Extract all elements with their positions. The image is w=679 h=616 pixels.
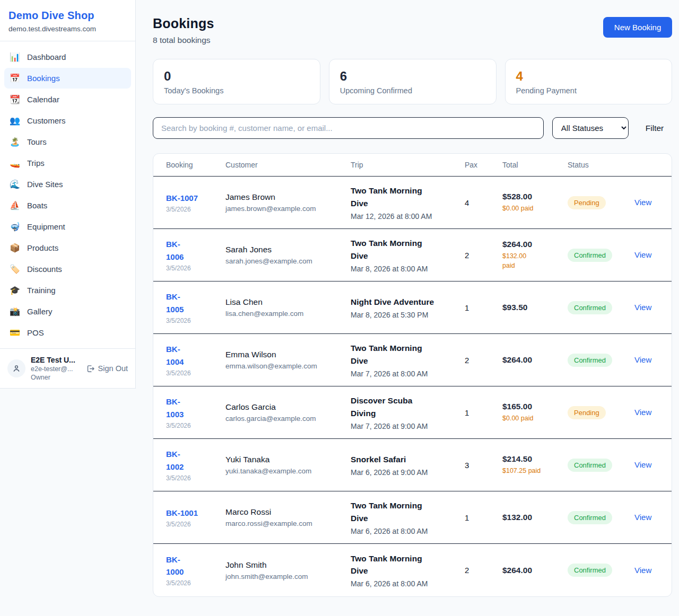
sidebar-item-calendar[interactable]: 📆 Calendar xyxy=(4,89,131,110)
sidebar-item-customers[interactable]: 👥 Customers xyxy=(4,110,131,131)
sidebar-item-label: Boats xyxy=(27,201,47,210)
pax-count: 3 xyxy=(465,461,502,470)
bookings-icon: 📅 xyxy=(10,73,20,83)
stat-label: Today's Bookings xyxy=(164,86,309,95)
trip-name: Two Tank Morning Dive xyxy=(351,237,457,262)
shop-domain: demo.test.divestreams.com xyxy=(8,25,127,33)
pax-count: 1 xyxy=(465,408,502,417)
customer-email: james.brown@example.com xyxy=(225,205,343,213)
column-header-trip: Trip xyxy=(351,161,465,169)
pax-count: 2 xyxy=(465,566,502,575)
stat-value: 4 xyxy=(516,69,661,84)
customer-email: lisa.chen@example.com xyxy=(225,310,343,318)
booking-id-link[interactable]: BK- 1006 xyxy=(166,238,184,263)
sidebar-item-tours[interactable]: 🏝️ Tours xyxy=(4,131,131,152)
discounts-icon: 🏷️ xyxy=(10,264,20,274)
trip-name: Night Dive Adventure xyxy=(351,296,457,308)
stat-label: Upcoming Confirmed xyxy=(340,86,485,95)
view-link[interactable]: View xyxy=(634,250,651,259)
booking-date: 3/5/2026 xyxy=(166,206,218,213)
sidebar-item-label: Training xyxy=(27,286,56,295)
customer-email: carlos.garcia@example.com xyxy=(225,415,343,423)
search-input[interactable] xyxy=(153,117,544,139)
booking-date: 3/5/2026 xyxy=(166,317,218,324)
view-link[interactable]: View xyxy=(634,460,651,469)
sidebar-item-products[interactable]: 📦 Products xyxy=(4,237,131,258)
booking-id-link[interactable]: BK- 1003 xyxy=(166,395,184,420)
trip-datetime: Mar 12, 2026 at 8:00 AM xyxy=(351,212,457,221)
sign-out-button[interactable]: Sign Out xyxy=(86,364,128,373)
booking-id-link[interactable]: BK- 1002 xyxy=(166,448,184,473)
sidebar-item-label: Customers xyxy=(27,116,66,125)
sidebar-item-equipment[interactable]: 🤿 Equipment xyxy=(4,216,131,237)
customer-email: yuki.tanaka@example.com xyxy=(225,467,343,475)
sidebar-item-dashboard[interactable]: 📊 Dashboard xyxy=(4,47,131,67)
pos-icon: 💳 xyxy=(10,328,20,338)
sidebar-item-trips[interactable]: 🚤 Trips xyxy=(4,153,131,173)
booking-id-link[interactable]: BK-1007 xyxy=(166,192,198,204)
user-name: E2E Test U... xyxy=(31,356,81,364)
table-row: BK-1007 3/5/2026 James Brown james.brown… xyxy=(153,177,672,229)
sidebar-item-dive-sites[interactable]: 🌊 Dive Sites xyxy=(4,174,131,195)
customer-name: Sarah Jones xyxy=(225,245,343,254)
table-body: BK-1007 3/5/2026 James Brown james.brown… xyxy=(153,177,672,596)
total-bookings-count: 8 total bookings xyxy=(153,36,214,45)
dive-sites-icon: 🌊 xyxy=(10,179,20,189)
view-link[interactable]: View xyxy=(634,566,651,575)
sidebar-item-label: Dive Sites xyxy=(27,180,63,189)
boats-icon: ⛵ xyxy=(10,200,20,210)
stat-card-todays-bookings: 0 Today's Bookings xyxy=(153,59,320,104)
status-badge: Confirmed xyxy=(568,459,612,472)
booking-id-link[interactable]: BK- 1000 xyxy=(166,553,184,578)
filter-button[interactable]: Filter xyxy=(637,119,672,137)
equipment-icon: 🤿 xyxy=(10,222,20,232)
bookings-table: Booking Customer Trip Pax Total Status B… xyxy=(153,153,672,597)
total-amount: $165.00 xyxy=(502,402,560,411)
customer-email: sarah.jones@example.com xyxy=(225,257,343,265)
booking-date: 3/5/2026 xyxy=(166,422,218,429)
page-header: Bookings 8 total bookings New Booking xyxy=(153,16,672,45)
status-filter-select[interactable]: All Statuses xyxy=(552,117,629,139)
view-link[interactable]: View xyxy=(634,513,651,522)
sidebar-item-pos[interactable]: 💳 POS xyxy=(4,322,131,343)
trip-datetime: Mar 6, 2026 at 8:00 AM xyxy=(351,579,457,588)
sidebar-item-training[interactable]: 🎓 Training xyxy=(4,280,131,301)
view-link[interactable]: View xyxy=(634,198,651,207)
paid-amount: $107.25 paid xyxy=(502,466,560,476)
booking-id-link[interactable]: BK-1001 xyxy=(166,507,198,519)
main-content: Bookings 8 total bookings New Booking 0 … xyxy=(136,0,679,613)
table-row: BK-1001 3/5/2026 Marco Rossi marco.rossi… xyxy=(153,491,672,544)
trip-name: Two Tank Morning Dive xyxy=(351,184,457,209)
view-link[interactable]: View xyxy=(634,355,651,364)
stat-card-upcoming-confirmed: 6 Upcoming Confirmed xyxy=(329,59,497,104)
total-amount: $528.00 xyxy=(502,192,560,201)
sidebar-item-label: Gallery xyxy=(27,307,53,316)
booking-date: 3/5/2026 xyxy=(166,521,218,528)
customer-name: Yuki Tanaka xyxy=(225,455,343,464)
tours-icon: 🏝️ xyxy=(10,137,20,147)
new-booking-button[interactable]: New Booking xyxy=(603,17,672,38)
customers-icon: 👥 xyxy=(10,116,20,126)
customer-name: Emma Wilson xyxy=(225,350,343,359)
view-link[interactable]: View xyxy=(634,303,651,312)
table-row: BK- 1004 3/5/2026 Emma Wilson emma.wilso… xyxy=(153,334,672,386)
sidebar-item-label: Bookings xyxy=(27,74,60,83)
table-row: BK- 1000 3/5/2026 John Smith john.smith@… xyxy=(153,544,672,596)
sidebar-item-discounts[interactable]: 🏷️ Discounts xyxy=(4,259,131,279)
booking-id-link[interactable]: BK- 1005 xyxy=(166,291,184,315)
view-link[interactable]: View xyxy=(634,408,651,417)
sidebar-item-boats[interactable]: ⛵ Boats xyxy=(4,195,131,216)
user-meta: E2E Test U... e2e-tester@... Owner xyxy=(31,356,81,381)
calendar-icon: 📆 xyxy=(10,94,20,104)
booking-id-link[interactable]: BK- 1004 xyxy=(166,343,184,368)
products-icon: 📦 xyxy=(10,243,20,253)
status-badge: Confirmed xyxy=(568,564,612,577)
person-icon xyxy=(12,364,21,373)
sidebar-item-bookings[interactable]: 📅 Bookings xyxy=(4,68,131,89)
shop-name: Demo Dive Shop xyxy=(8,10,127,22)
total-amount: $264.00 xyxy=(502,240,560,249)
sidebar-item-label: Dashboard xyxy=(27,52,66,61)
sidebar-item-label: Trips xyxy=(27,159,45,168)
sidebar-item-gallery[interactable]: 📸 Gallery xyxy=(4,301,131,322)
sidebar-item-label: POS xyxy=(27,328,44,337)
